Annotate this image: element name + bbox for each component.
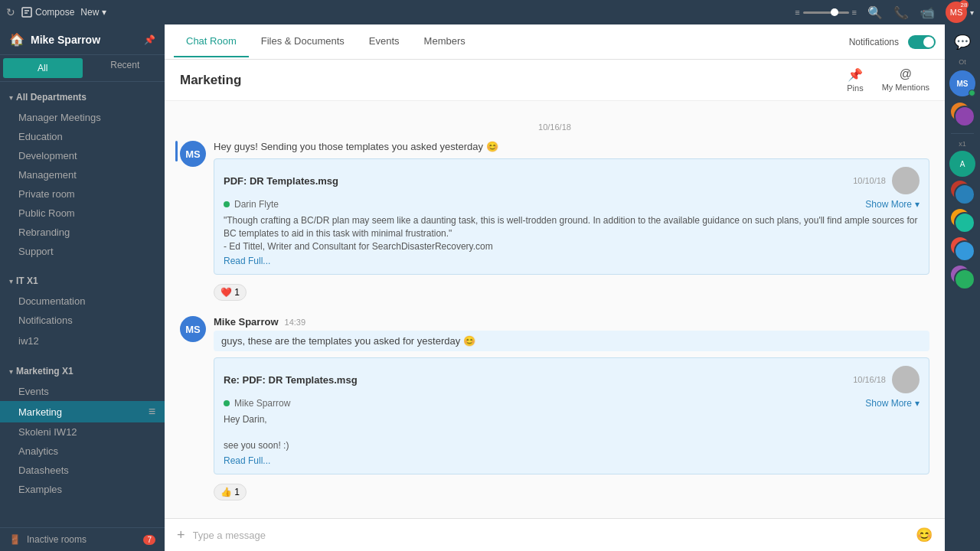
online-indicator bbox=[224, 201, 230, 207]
sidebar-item-notifications[interactable]: Notifications bbox=[0, 311, 165, 330]
sidebar-tabs: All Recent bbox=[0, 55, 165, 82]
emoji-picker-button[interactable]: 😊 bbox=[916, 527, 933, 543]
user-avatars-group-x1: A bbox=[949, 151, 975, 290]
quoted-body: "Though crafting a BC/DR plan may seem l… bbox=[224, 214, 920, 253]
tab-all[interactable]: All bbox=[3, 58, 83, 78]
sidebar-item-datasheets[interactable]: Datasheets bbox=[0, 461, 165, 480]
sidebar-group-all-departments[interactable]: ▾ All Departments ••• bbox=[0, 86, 165, 108]
tab-members[interactable]: Members bbox=[412, 26, 478, 57]
quoted-avatar bbox=[892, 167, 920, 194]
chevron-down-icon: ▾ bbox=[9, 277, 13, 285]
mentions-button[interactable]: @ My Mentions bbox=[882, 67, 929, 93]
quoted-message: Re: PDF: DR Templates.msg 10/16/18 Mike … bbox=[214, 357, 929, 474]
sidebar-item-iw12[interactable]: iw12 ••• bbox=[0, 330, 165, 351]
sidebar-item-documentation[interactable]: Documentation bbox=[0, 292, 165, 311]
tab-recent[interactable]: Recent bbox=[86, 55, 165, 81]
svg-rect-0 bbox=[22, 8, 31, 17]
sidebar-item-skoleni-iw12[interactable]: Skoleni IW12 bbox=[0, 422, 165, 442]
divider bbox=[951, 133, 974, 134]
message-author: Mike Sparrow bbox=[214, 316, 279, 328]
user-avatars-group-ot: MS bbox=[949, 70, 975, 96]
reaction-thumbup[interactable]: 👍 1 bbox=[214, 484, 247, 500]
right-sidebar: 💬 Ot MS x1 A bbox=[945, 24, 980, 551]
sidebar-user-name: Mike Sparrow bbox=[31, 34, 138, 46]
sidebar-item-manager-meetings[interactable]: Manager Meetings bbox=[0, 108, 165, 127]
zoom-slider[interactable]: ≡ ≡ bbox=[795, 8, 857, 17]
new-button[interactable]: New ▾ bbox=[80, 7, 106, 18]
compose-button[interactable]: Compose bbox=[21, 7, 74, 18]
message-text: Hey guys! Sending you those templates yo… bbox=[214, 141, 929, 152]
sidebar-group-it-x1[interactable]: ▾ IT X1 ••• bbox=[0, 270, 165, 292]
sidebar-item-rebranding[interactable]: Rebranding bbox=[0, 223, 165, 242]
avatar: MS 28 bbox=[946, 2, 967, 23]
notifications-toggle[interactable] bbox=[908, 35, 936, 49]
sidebar-item-management[interactable]: Management bbox=[0, 165, 165, 184]
section-label-ot: Ot bbox=[959, 58, 966, 66]
sidebar-group-marketing-x1[interactable]: ▾ Marketing X1 ••• bbox=[0, 360, 165, 382]
avatar-stack-x1d bbox=[949, 264, 975, 290]
sidebar-item-events[interactable]: Events bbox=[0, 382, 165, 401]
pin-icon[interactable]: 📌 bbox=[144, 34, 155, 45]
notifications-label: Notifications bbox=[849, 37, 899, 47]
avatar: MS bbox=[180, 141, 206, 167]
refresh-icon[interactable]: ↻ bbox=[6, 6, 15, 18]
message-time: 14:39 bbox=[285, 318, 306, 327]
chevron-down-icon: ▾ bbox=[9, 367, 13, 376]
add-attachment-button[interactable]: + bbox=[177, 527, 185, 543]
quoted-body: Hey Darin, see you soon! :) bbox=[224, 413, 920, 452]
show-more-button[interactable]: Show More ▾ bbox=[865, 398, 920, 409]
sidebar-item-education[interactable]: Education bbox=[0, 127, 165, 146]
avatar-stack-x1 bbox=[949, 179, 975, 205]
quoted-date: 10/16/18 bbox=[853, 375, 886, 384]
search-icon[interactable]: 🔍 bbox=[867, 5, 883, 20]
user-avatar bbox=[954, 106, 975, 127]
sidebar-item-examples[interactable]: Examples bbox=[0, 480, 165, 499]
online-indicator bbox=[224, 400, 230, 406]
avatar-stack bbox=[949, 101, 975, 127]
message-input[interactable] bbox=[193, 530, 908, 541]
avatar-stack-x1c bbox=[949, 236, 975, 262]
show-more-button[interactable]: Show More ▾ bbox=[865, 199, 920, 210]
inactive-rooms[interactable]: 🚪 Inactive rooms 7 bbox=[0, 527, 165, 551]
sidebar-item-support[interactable]: Support bbox=[0, 242, 165, 261]
read-full-link[interactable]: Read Full... bbox=[224, 256, 270, 266]
user-profile[interactable]: MS 28 ▾ bbox=[946, 2, 974, 23]
tab-chat-room[interactable]: Chat Room bbox=[174, 26, 249, 57]
sidebar-item-marketing[interactable]: Marketing ≡ bbox=[0, 401, 165, 422]
message-text: guys, these are the templates you asked … bbox=[214, 331, 929, 351]
quoted-author: Darin Flyte Show More ▾ bbox=[224, 199, 920, 210]
tab-events[interactable]: Events bbox=[357, 26, 412, 57]
chat-input-area: + 😊 bbox=[165, 518, 945, 551]
video-icon[interactable]: 📹 bbox=[920, 5, 935, 20]
quoted-message: PDF: DR Templates.msg 10/10/18 Darin Fly… bbox=[214, 158, 929, 275]
chat-messages: 10/16/18 MS Hey guys! Sending you those … bbox=[165, 101, 945, 518]
sidebar-item-public-room[interactable]: Public Room bbox=[0, 204, 165, 223]
quoted-title: PDF: DR Templates.msg bbox=[224, 175, 338, 187]
avatar-stack-x1b bbox=[949, 207, 975, 233]
sidebar-header: 🏠 Mike Sparrow 📌 bbox=[0, 24, 165, 55]
pins-button[interactable]: 📌 Pins bbox=[847, 67, 863, 93]
inactive-rooms-badge: 7 bbox=[143, 535, 155, 545]
sidebar-item-analytics[interactable]: Analytics bbox=[0, 442, 165, 461]
user-avatars-stacked bbox=[949, 101, 975, 127]
room-icon: 🚪 bbox=[9, 534, 21, 545]
sidebar-item-development[interactable]: Development bbox=[0, 146, 165, 165]
reaction-heart[interactable]: ❤️ 1 bbox=[214, 284, 247, 301]
quoted-date: 10/10/18 bbox=[853, 176, 886, 185]
sidebar-item-private-room[interactable]: Private room bbox=[0, 184, 165, 204]
more-icon[interactable]: ≡ bbox=[149, 405, 155, 419]
tabbar: Chat Room Files & Documents Events Membe… bbox=[165, 24, 945, 60]
tab-files-documents[interactable]: Files & Documents bbox=[249, 26, 357, 57]
section-label-x1: x1 bbox=[959, 140, 966, 148]
message-group: MS Hey guys! Sending you those templates… bbox=[180, 141, 929, 301]
phone-icon[interactable]: 📞 bbox=[893, 5, 909, 20]
chat-title: Marketing bbox=[180, 73, 847, 88]
user-avatar: MS bbox=[949, 70, 975, 96]
quoted-title: Re: PDF: DR Templates.msg bbox=[224, 374, 358, 386]
quoted-avatar bbox=[892, 366, 920, 393]
read-full-link[interactable]: Read Full... bbox=[224, 455, 270, 466]
home-icon: 🏠 bbox=[9, 32, 24, 47]
topbar: ↻ Compose New ▾ ≡ ≡ 🔍 📞 📹 MS 28 ▾ bbox=[0, 0, 980, 24]
chat-right-icon[interactable]: 💬 bbox=[951, 31, 974, 54]
avatar: MS bbox=[180, 316, 206, 342]
